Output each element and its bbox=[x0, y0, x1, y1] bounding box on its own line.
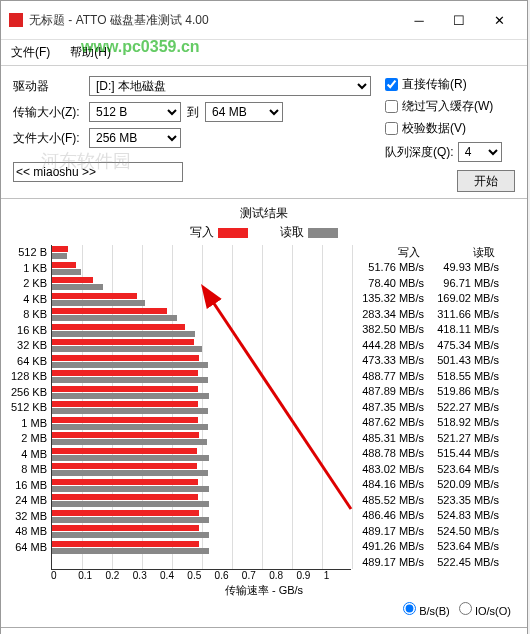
write-value: 382.50 MB/s bbox=[351, 322, 426, 338]
write-value: 484.16 MB/s bbox=[351, 477, 426, 493]
x-tick: 0 bbox=[51, 570, 78, 581]
read-bar bbox=[52, 408, 208, 414]
queue-depth-label: 队列深度(Q): bbox=[385, 144, 454, 161]
read-value: 515.44 MB/s bbox=[426, 446, 501, 462]
bar-row bbox=[52, 416, 351, 432]
read-header: 读取 bbox=[426, 245, 501, 260]
description-input[interactable] bbox=[13, 162, 183, 182]
write-value: 485.31 MB/s bbox=[351, 431, 426, 447]
drive-label: 驱动器 bbox=[13, 78, 89, 95]
read-value: 96.71 MB/s bbox=[426, 276, 501, 292]
bar-row bbox=[52, 276, 351, 292]
direct-io-label: 直接传输(R) bbox=[402, 77, 467, 91]
read-value: 475.34 MB/s bbox=[426, 338, 501, 354]
drive-select[interactable]: [D:] 本地磁盘 bbox=[89, 76, 371, 96]
menu-help[interactable]: 帮助(H) bbox=[66, 42, 115, 63]
bar-row bbox=[52, 369, 351, 385]
result-row: 486.46 MB/s524.83 MB/s bbox=[351, 508, 501, 524]
unit-ios-radio[interactable]: IO/s(O) bbox=[459, 605, 511, 617]
size-from-select[interactable]: 512 B bbox=[89, 102, 181, 122]
read-bar bbox=[52, 284, 103, 290]
queue-depth-select[interactable]: 4 bbox=[458, 142, 502, 162]
write-value: 486.46 MB/s bbox=[351, 508, 426, 524]
legend-read-label: 读取 bbox=[280, 225, 304, 239]
bypass-cache-checkbox[interactable] bbox=[385, 100, 398, 113]
write-bar bbox=[52, 401, 198, 407]
write-value: 489.17 MB/s bbox=[351, 555, 426, 571]
y-label: 64 KB bbox=[9, 354, 47, 370]
x-tick: 1 bbox=[324, 570, 351, 581]
footer: ATTO 存储与网络技术专家 www.atto.com bbox=[1, 627, 527, 634]
legend-write-color bbox=[218, 228, 248, 238]
write-bar bbox=[52, 494, 198, 500]
write-value: 488.78 MB/s bbox=[351, 446, 426, 462]
read-bar bbox=[52, 331, 195, 337]
y-label: 1 MB bbox=[9, 416, 47, 432]
unit-bs-radio[interactable]: B/s(B) bbox=[403, 605, 450, 617]
bar-row bbox=[52, 307, 351, 323]
result-row: 489.17 MB/s524.50 MB/s bbox=[351, 524, 501, 540]
write-bar bbox=[52, 525, 199, 531]
size-to-select[interactable]: 64 MB bbox=[205, 102, 283, 122]
verify-label: 校验数据(V) bbox=[402, 121, 466, 135]
unit-radio-group: B/s(B) IO/s(O) bbox=[9, 598, 519, 621]
result-row: 487.35 MB/s522.27 MB/s bbox=[351, 400, 501, 416]
transfer-size-label: 传输大小(Z): bbox=[13, 104, 89, 121]
write-value: 283.34 MB/s bbox=[351, 307, 426, 323]
read-value: 521.27 MB/s bbox=[426, 431, 501, 447]
result-row: 51.76 MB/s49.93 MB/s bbox=[351, 260, 501, 276]
direct-io-checkbox[interactable] bbox=[385, 78, 398, 91]
minimize-button[interactable]: ─ bbox=[399, 7, 439, 33]
y-label: 8 KB bbox=[9, 307, 47, 323]
menu-file[interactable]: 文件(F) bbox=[7, 42, 54, 63]
write-bar bbox=[52, 370, 198, 376]
bar-row bbox=[52, 261, 351, 277]
x-tick: 0.7 bbox=[242, 570, 269, 581]
close-button[interactable]: ✕ bbox=[479, 7, 519, 33]
chart-title: 测试结果 bbox=[9, 205, 519, 222]
to-label: 到 bbox=[187, 104, 199, 121]
y-label: 512 KB bbox=[9, 400, 47, 416]
x-tick: 0.3 bbox=[133, 570, 160, 581]
y-label: 512 B bbox=[9, 245, 47, 261]
bar-row bbox=[52, 431, 351, 447]
file-size-select[interactable]: 256 MB bbox=[89, 128, 181, 148]
write-value: 135.32 MB/s bbox=[351, 291, 426, 307]
app-window: 无标题 - ATTO 磁盘基准测试 4.00 ─ ☐ ✕ 文件(F) 帮助(H)… bbox=[0, 0, 528, 634]
bar-row bbox=[52, 323, 351, 339]
y-label: 4 KB bbox=[9, 292, 47, 308]
verify-checkbox[interactable] bbox=[385, 122, 398, 135]
result-row: 485.52 MB/s523.35 MB/s bbox=[351, 493, 501, 509]
results-table: 写入 读取 51.76 MB/s49.93 MB/s78.40 MB/s96.7… bbox=[351, 245, 501, 570]
read-bar bbox=[52, 346, 202, 352]
legend-write-label: 写入 bbox=[190, 225, 214, 239]
form-area: 驱动器 [D:] 本地磁盘 传输大小(Z): 512 B 到 64 MB 文件大… bbox=[1, 66, 527, 198]
write-bar bbox=[52, 432, 199, 438]
chart-section: 河东软件园 测试结果 写入 读取 512 B1 KB2 KB4 KB8 KB16… bbox=[1, 198, 527, 627]
read-bar bbox=[52, 393, 209, 399]
bar-row bbox=[52, 338, 351, 354]
read-value: 523.35 MB/s bbox=[426, 493, 501, 509]
write-bar bbox=[52, 479, 198, 485]
titlebar: 无标题 - ATTO 磁盘基准测试 4.00 ─ ☐ ✕ bbox=[1, 1, 527, 40]
y-label: 128 KB bbox=[9, 369, 47, 385]
start-button[interactable]: 开始 bbox=[457, 170, 515, 192]
bar-row bbox=[52, 245, 351, 261]
y-label: 2 KB bbox=[9, 276, 47, 292]
x-tick: 0.6 bbox=[215, 570, 242, 581]
legend: 写入 读取 bbox=[9, 224, 519, 241]
read-value: 518.92 MB/s bbox=[426, 415, 501, 431]
y-label: 64 MB bbox=[9, 540, 47, 556]
bar-row bbox=[52, 478, 351, 494]
result-row: 444.28 MB/s475.34 MB/s bbox=[351, 338, 501, 354]
write-value: 489.17 MB/s bbox=[351, 524, 426, 540]
window-title: 无标题 - ATTO 磁盘基准测试 4.00 bbox=[29, 12, 399, 29]
write-bar bbox=[52, 277, 93, 283]
bar-row bbox=[52, 385, 351, 401]
read-value: 522.45 MB/s bbox=[426, 555, 501, 571]
read-bar bbox=[52, 517, 209, 523]
write-bar bbox=[52, 339, 194, 345]
y-label: 2 MB bbox=[9, 431, 47, 447]
maximize-button[interactable]: ☐ bbox=[439, 7, 479, 33]
write-value: 487.35 MB/s bbox=[351, 400, 426, 416]
